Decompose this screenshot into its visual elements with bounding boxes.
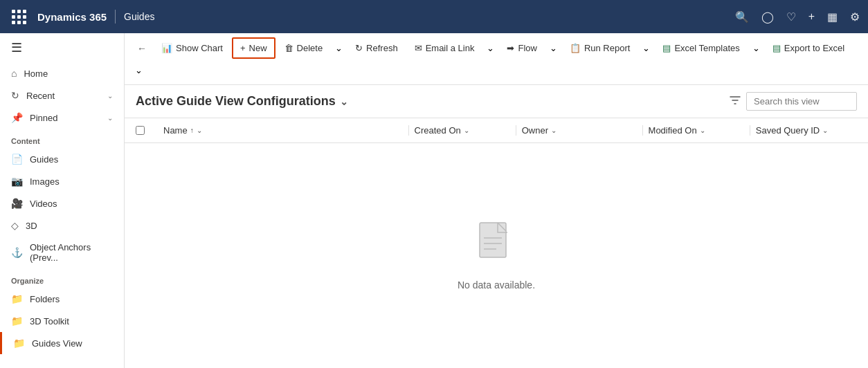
column-queryid-label: Saved Query ID: [756, 125, 820, 136]
search-icon[interactable]: 🔍: [735, 10, 749, 24]
sidebar-label-folders: Folders: [30, 294, 113, 304]
sidebar-item-3d-toolkit[interactable]: 📁 3D Toolkit: [0, 310, 124, 332]
view-title-container[interactable]: Active Guide View Configurations ⌄: [136, 94, 348, 109]
plus-icon[interactable]: +: [808, 10, 815, 23]
recent-icon: ↻: [11, 90, 19, 101]
column-modified-on[interactable]: Modified On ⌄: [642, 125, 750, 136]
sidebar-label-object-anchors: Object Anchors (Prev...: [30, 242, 113, 263]
sidebar-item-images[interactable]: 📷 Images: [0, 170, 124, 192]
column-owner-label: Owner: [522, 125, 548, 136]
3d-icon: ◇: [11, 220, 19, 231]
sidebar-item-3d[interactable]: ◇ 3D: [0, 214, 124, 237]
sidebar-item-guides-view[interactable]: 📁 Guides View: [0, 332, 124, 354]
column-saved-query-id[interactable]: Saved Query ID ⌄: [750, 125, 857, 136]
run-report-chevron[interactable]: ⌄: [639, 38, 653, 58]
checkbox-column[interactable]: [136, 126, 158, 135]
app-layout: ☰ ⌂ Home ↻ Recent ⌄ 📌 Pinned ⌄ Content 📄…: [0, 33, 868, 368]
empty-text: No data available.: [458, 279, 535, 291]
sort-modifiedon-icon[interactable]: ⌄: [700, 127, 705, 134]
column-owner[interactable]: Owner ⌄: [516, 125, 642, 136]
sidebar-item-guides[interactable]: 📄 Guides: [0, 148, 124, 170]
sidebar-toggle[interactable]: ☰: [0, 33, 124, 62]
table-header: Name ↑ ⌄ Created On ⌄ Owner ⌄ Modified O…: [125, 118, 868, 143]
bell-icon[interactable]: ♡: [786, 10, 796, 24]
excel-templates-button[interactable]: ▤ Excel Templates: [655, 38, 747, 58]
flow-button[interactable]: ➡ Flow: [499, 38, 544, 58]
new-button[interactable]: + New: [232, 37, 275, 59]
chevron-down-icon: ⌄: [107, 92, 113, 100]
column-created-on[interactable]: Created On ⌄: [408, 125, 516, 136]
show-chart-button[interactable]: 📊 Show Chart: [154, 38, 230, 58]
column-name-label: Name: [163, 125, 188, 136]
sidebar-label-home: Home: [24, 68, 113, 79]
export-excel-icon: ▤: [772, 43, 781, 53]
app-name: Guides: [124, 11, 154, 22]
sidebar-item-folders[interactable]: 📁 Folders: [0, 288, 124, 310]
delete-icon: 🗑: [284, 43, 293, 53]
home-icon: ⌂: [11, 68, 17, 79]
column-createdon-label: Created On: [415, 125, 461, 136]
sidebar-item-home[interactable]: ⌂ Home: [0, 62, 124, 84]
sort-asc-icon: ↑: [190, 127, 194, 134]
export-chevron[interactable]: ⌄: [132, 60, 146, 80]
sidebar-label-images: Images: [30, 176, 113, 187]
refresh-button[interactable]: ↻ Refresh: [347, 38, 406, 58]
sidebar-label-3d: 3D: [26, 221, 113, 231]
sidebar-label-guides-view: Guides View: [32, 338, 113, 349]
email-icon: ✉: [415, 43, 422, 53]
organize-section-label: Organize: [0, 268, 124, 288]
check-circle-icon[interactable]: ◯: [761, 10, 774, 24]
filter-icon[interactable]: ▦: [827, 10, 838, 24]
column-modifiedon-label: Modified On: [649, 125, 697, 136]
waffle-button[interactable]: [8, 10, 29, 24]
chart-icon: 📊: [161, 43, 172, 53]
toolbar: ← 📊 Show Chart + New 🗑 Delete ⌄ ↻ Refres…: [125, 33, 868, 85]
refresh-icon: ↻: [355, 43, 363, 53]
email-link-button[interactable]: ✉ Email a Link: [407, 38, 482, 58]
sort-queryid-icon[interactable]: ⌄: [822, 127, 828, 134]
sort-owner-icon[interactable]: ⌄: [551, 127, 557, 134]
excel-templates-chevron[interactable]: ⌄: [749, 38, 763, 58]
settings-icon[interactable]: ⚙: [850, 10, 860, 24]
top-nav: Dynamics 365 Guides 🔍 ◯ ♡ + ▦ ⚙: [0, 0, 868, 33]
guides-view-icon: 📁: [13, 338, 25, 349]
view-title-chevron[interactable]: ⌄: [340, 96, 348, 107]
sidebar: ☰ ⌂ Home ↻ Recent ⌄ 📌 Pinned ⌄ Content 📄…: [0, 33, 125, 368]
empty-document-icon: [477, 221, 516, 271]
svg-rect-0: [480, 223, 506, 257]
email-chevron[interactable]: ⌄: [483, 38, 498, 58]
plus-new-icon: +: [240, 43, 246, 53]
guides-icon: 📄: [11, 154, 23, 165]
flow-icon: ➡: [507, 43, 514, 53]
nav-divider: [115, 10, 116, 24]
main-content: ← 📊 Show Chart + New 🗑 Delete ⌄ ↻ Refres…: [125, 33, 868, 368]
back-button[interactable]: ←: [132, 39, 152, 58]
flow-chevron[interactable]: ⌄: [546, 38, 561, 58]
column-name[interactable]: Name ↑ ⌄: [158, 125, 408, 136]
pin-icon: 📌: [11, 112, 23, 123]
sidebar-item-videos[interactable]: 🎥 Videos: [0, 192, 124, 214]
chevron-down-icon-pinned: ⌄: [107, 114, 113, 122]
empty-state: No data available.: [125, 143, 868, 368]
sidebar-item-object-anchors[interactable]: ⚓ Object Anchors (Prev...: [0, 237, 124, 268]
select-all-checkbox[interactable]: [136, 126, 145, 135]
sort-toggle-icon[interactable]: ⌄: [197, 127, 202, 134]
view-header: Active Guide View Configurations ⌄: [125, 85, 868, 118]
view-filter-icon[interactable]: [730, 95, 741, 108]
videos-icon: 🎥: [11, 198, 23, 209]
delete-chevron[interactable]: ⌄: [332, 38, 346, 58]
run-report-button[interactable]: 📋 Run Report: [562, 38, 638, 58]
search-input[interactable]: [746, 92, 857, 111]
delete-button[interactable]: 🗑 Delete: [277, 38, 331, 58]
sort-createdon-icon[interactable]: ⌄: [464, 127, 469, 134]
3d-toolkit-icon: 📁: [11, 315, 23, 326]
images-icon: 📷: [11, 176, 23, 187]
nav-icons: 🔍 ◯ ♡ + ▦ ⚙: [735, 10, 860, 24]
sidebar-item-recent[interactable]: ↻ Recent ⌄: [0, 84, 124, 107]
sidebar-label-3d-toolkit: 3D Toolkit: [30, 316, 113, 326]
sidebar-item-pinned[interactable]: 📌 Pinned ⌄: [0, 107, 124, 129]
brand-name: Dynamics 365: [37, 11, 107, 23]
view-title-text: Active Guide View Configurations: [136, 94, 336, 109]
sidebar-label-guides: Guides: [30, 154, 113, 165]
export-excel-button[interactable]: ▤ Export to Excel: [765, 38, 852, 58]
